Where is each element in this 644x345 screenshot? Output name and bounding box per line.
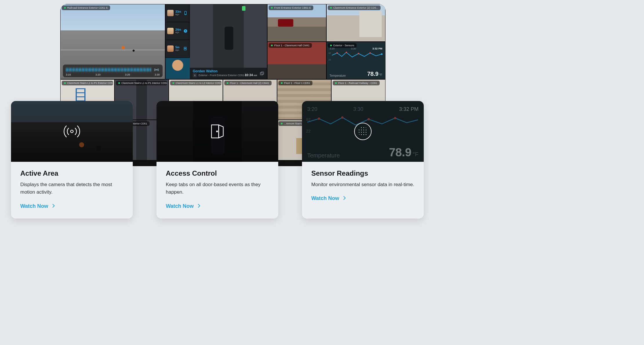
keypad-icon <box>183 46 188 51</box>
feature-title: Active Area <box>20 169 123 177</box>
feature-hero <box>157 101 278 162</box>
access-camera-view: Gorden Walton 3 Exterior - Front Entranc… <box>190 4 267 79</box>
avatar <box>167 28 174 34</box>
phone-icon <box>183 10 188 16</box>
camera-label: Railroad Entrance Exterior CD51-E <box>62 5 110 10</box>
broadcast-icon <box>153 67 160 72</box>
status-dot-icon <box>271 45 273 46</box>
sensor-widget-exterior[interactable]: Exterior - Sensors 3:20 3:30 3:32 PM 92 … <box>326 42 385 79</box>
camera-label-text: Claremont Stairs L1 to L2 Interior CD51 <box>176 82 221 85</box>
camera-tile-railroad-entrance[interactable]: Railroad Entrance Exterior CD51-E 3:15 3… <box>60 4 165 79</box>
svg-point-11 <box>336 52 338 54</box>
cards-icon[interactable] <box>259 71 265 77</box>
sensor-value: 78.9 <box>367 71 379 77</box>
feature-desc: Keep tabs on all door-based events as th… <box>166 181 269 196</box>
svg-point-16 <box>71 130 73 133</box>
sensor-y-axis: 92 22 <box>328 52 331 61</box>
camera-label: Floor 1 - Claremont Hall (2) CM41 <box>224 81 272 85</box>
status-dot-icon <box>227 82 228 84</box>
feature-card-access-control: Access Control Keep tabs on all door-bas… <box>157 101 278 219</box>
status-dot-icon <box>64 7 66 9</box>
camera-label-text: Claremont Stairs L1 to P1 Interior CD51 <box>121 82 167 85</box>
access-event[interactable]: 5m ago <box>165 40 190 58</box>
access-person-name: Gorden Walton <box>193 69 264 73</box>
exit-sign-icon <box>242 6 245 11</box>
svg-point-13 <box>358 53 359 54</box>
access-events-list: 33m ago 24m ago <box>165 4 190 79</box>
svg-point-15 <box>381 53 383 55</box>
timeline-ticks: 3:15 3:20 3:25 3:30 <box>66 73 160 76</box>
camera-label: Front Entrance Exterior CB61-E <box>269 5 313 10</box>
event-ago: ago <box>175 13 181 16</box>
camera-label: Claremont Stairs L1 to L2 Interior CD51 <box>170 81 221 85</box>
access-event[interactable]: 24m ago <box>165 22 190 40</box>
broadcast-icon <box>61 121 82 142</box>
camera-label-text: Floor 1 - Railroad Hallway - CD61 <box>338 82 377 85</box>
camera-label-text: Claremont Stairs L1 to P1 Exterior CD51 <box>67 82 113 85</box>
svg-point-2 <box>185 14 185 14</box>
watch-now-link[interactable]: Watch Now <box>20 203 55 209</box>
camera-label-text: Floor 1 - Claremont Hall (2) CM41 <box>230 82 269 85</box>
svg-point-20 <box>341 116 343 119</box>
watch-now-label: Watch Now <box>166 203 194 209</box>
svg-rect-9 <box>260 72 263 75</box>
svg-rect-4 <box>184 47 186 50</box>
svg-point-5 <box>185 48 185 48</box>
svg-point-14 <box>370 52 371 54</box>
camera-label: Floor 1 - Floor 1 CD51 <box>279 81 312 85</box>
svg-point-22 <box>394 117 396 119</box>
feature-card-sensor-readings: 3:20 3:30 3:32 PM 92 22 Temperature 78.9 <box>302 101 424 219</box>
feature-desc: Monitor environmental sensor data in rea… <box>311 181 414 188</box>
audio-waveform <box>66 67 152 73</box>
sensor-label-text: Exterior - Sensors <box>333 44 354 47</box>
status-dot-icon <box>330 7 332 9</box>
timeline-scrubber[interactable]: 3:15 3:20 3:25 3:30 <box>63 65 163 77</box>
sensor-unit: °F <box>379 73 382 76</box>
svg-point-18 <box>217 131 218 132</box>
feature-title: Sensor Readings <box>311 169 414 177</box>
camera-label: Claremont Stairs L1 to P1 Exterior CD51 <box>62 81 113 85</box>
sensor-sparkline <box>332 50 383 62</box>
camera-tile-front-entrance[interactable]: Front Entrance Exterior CB61-E <box>267 4 326 42</box>
camera-tile-claremont-entrance[interactable]: Claremont Entrance Exterior (2) CD5... <box>326 4 385 42</box>
camera-label-text: Floor 1 - Claremont Hall CM41 <box>274 44 310 47</box>
avatar <box>167 45 174 52</box>
svg-point-8 <box>185 49 186 49</box>
sensor-icon <box>354 123 372 140</box>
watch-now-link[interactable]: Watch Now <box>311 195 346 201</box>
clock-icon <box>183 28 188 34</box>
event-ago: ago <box>175 31 181 34</box>
camera-tile-claremont-hall[interactable]: Floor 1 - Claremont Hall CM41 <box>267 42 326 79</box>
camera-label: Floor 1 - Railroad Hallway - CD61 <box>333 81 380 85</box>
sensor-metric-label: Temperature <box>330 74 346 77</box>
camera-label-text: Front Entrance Exterior CB61-E <box>274 6 311 9</box>
sensor-label: Exterior - Sensors <box>328 43 356 48</box>
watch-now-link[interactable]: Watch Now <box>166 203 200 209</box>
svg-point-6 <box>185 48 186 48</box>
watch-now-label: Watch Now <box>20 203 48 209</box>
feature-desc: Displays the camera that detects the mos… <box>20 181 123 196</box>
access-event[interactable]: 33m ago <box>165 4 190 22</box>
svg-point-21 <box>368 118 370 120</box>
feature-card-active-area: Active Area Displays the camera that det… <box>11 101 133 219</box>
feature-hero <box>11 101 133 162</box>
camera-label-text: Railroad Entrance Exterior CD51-E <box>67 6 108 9</box>
access-event-detail: Gorden Walton 3 Exterior - Front Entranc… <box>190 68 267 79</box>
door-open-icon <box>207 121 228 142</box>
access-count-badge: 3 <box>193 73 197 77</box>
feature-title: Access Control <box>166 169 269 177</box>
access-feed-tile[interactable]: 33m ago 24m ago <box>165 4 267 79</box>
status-dot-icon <box>118 82 120 84</box>
camera-label-text: Claremont Entrance Exterior (2) CD5... <box>333 6 378 9</box>
camera-label-text: Floor 1 - Floor 1 CD51 <box>284 82 310 85</box>
svg-point-12 <box>346 52 347 53</box>
status-dot-icon <box>64 82 66 84</box>
chevron-right-icon <box>198 203 200 209</box>
camera-label: Claremont Entrance Exterior (2) CD5... <box>328 5 381 10</box>
status-dot-icon <box>271 7 273 9</box>
feature-cards-row: Active Area Displays the camera that det… <box>11 101 424 219</box>
camera-label: Claremont Stairs L1 to P1 Interior CD51 <box>116 81 167 85</box>
svg-point-0 <box>156 69 157 70</box>
access-person-portrait <box>165 58 190 79</box>
avatar <box>167 10 174 16</box>
